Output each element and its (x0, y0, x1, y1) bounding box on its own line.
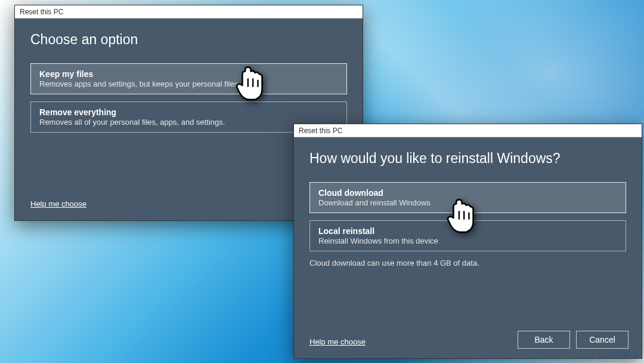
dialog-titlebar: Reset this PC (294, 124, 642, 137)
dialog-heading: Choose an option (30, 32, 347, 48)
help-me-choose-link[interactable]: Help me choose (309, 337, 366, 346)
dialog-titlebar: Reset this PC (15, 5, 363, 19)
option-cloud-download[interactable]: Cloud download Download and reinstall Wi… (309, 182, 626, 213)
dialog-title: Reset this PC (299, 127, 342, 135)
help-me-choose-link[interactable]: Help me choose (30, 199, 86, 208)
option-desc: Removes apps and settings, but keeps you… (39, 79, 338, 88)
option-desc: Reinstall Windows from this device (318, 236, 617, 245)
dialog-heading: How would you like to reinstall Windows? (309, 150, 626, 167)
dialog-title: Reset this PC (20, 8, 63, 16)
back-button[interactable]: Back (518, 331, 570, 349)
option-title: Local reinstall (318, 226, 617, 236)
cancel-button[interactable]: Cancel (576, 331, 628, 349)
option-title: Remove everything (39, 107, 338, 117)
reset-pc-dialog-step2: Reset this PC How would you like to rein… (293, 124, 642, 359)
option-title: Cloud download (318, 188, 617, 198)
dialog-button-row: Back Cancel (518, 331, 628, 349)
data-usage-note: Cloud download can use more than 4 GB of… (309, 259, 626, 267)
watermark: UG≡TFIX (599, 350, 639, 359)
option-title: Keep my files (39, 69, 338, 79)
option-local-reinstall[interactable]: Local reinstall Reinstall Windows from t… (309, 220, 626, 251)
option-keep-my-files[interactable]: Keep my files Removes apps and settings,… (30, 63, 347, 94)
option-desc: Download and reinstall Windows (318, 198, 617, 207)
